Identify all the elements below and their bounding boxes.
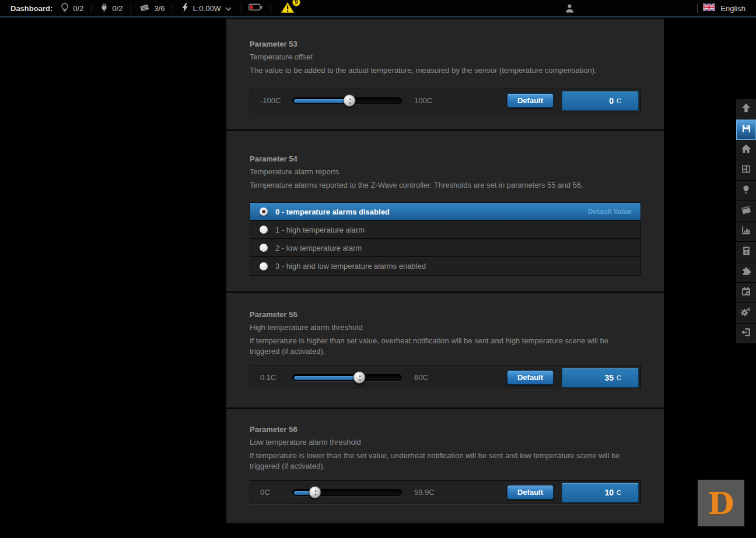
logo-letter: D: [708, 486, 734, 521]
divider: [240, 4, 240, 13]
parameter-unit: C: [617, 374, 621, 381]
consumption-icon: [741, 225, 751, 238]
divider: [173, 4, 173, 13]
events-icon: [741, 286, 751, 299]
events-button[interactable]: [736, 283, 756, 303]
stat-blinds[interactable]: 3/6: [139, 3, 164, 14]
slider-max-label: 100C: [414, 96, 432, 105]
parameter-title: Parameter 53: [250, 40, 664, 48]
rooms-button[interactable]: [736, 160, 756, 181]
logo-badge: D: [698, 480, 744, 526]
blinds-count: 3/6: [154, 4, 164, 13]
stat-power[interactable]: L:0.00W: [181, 3, 231, 14]
parameter-unit: C: [617, 97, 621, 104]
slider-handle[interactable]: [309, 486, 321, 498]
radio-label: 3 - high and low temperature alarms enab…: [275, 262, 426, 270]
parameter-value-box: 35 C: [562, 368, 639, 388]
slider-handle[interactable]: [353, 371, 365, 384]
parameter-56-block: Parameter 56 Low temperature alarm thres…: [226, 409, 664, 522]
power-load-value: L:0.00W: [192, 4, 220, 13]
default-button[interactable]: Default: [507, 485, 554, 500]
device-parameters-panel: Parameter 53 Temperature offset The valu…: [226, 19, 664, 525]
slider-max-label: 59.9C: [414, 488, 435, 497]
scenes-icon: [741, 205, 751, 217]
radio-option-3[interactable]: 3 - high and low temperature alarms enab…: [250, 257, 640, 275]
power-icon: [181, 3, 188, 14]
battery-status[interactable]: [249, 3, 262, 13]
parameter-description: The value to be added to the actual temp…: [250, 65, 636, 76]
panels-button[interactable]: [736, 242, 756, 262]
slider-max-label: 60C: [414, 373, 428, 382]
scroll-top-button[interactable]: [736, 99, 756, 119]
scenes-button[interactable]: [736, 201, 756, 221]
stat-plugs[interactable]: 0/2: [100, 3, 123, 14]
user-icon[interactable]: [565, 3, 575, 15]
stat-lights[interactable]: 0/2: [61, 3, 83, 14]
plug-icon: [100, 3, 108, 14]
home-button[interactable]: [736, 140, 756, 160]
home-icon: [741, 143, 751, 156]
devices-button[interactable]: [736, 181, 756, 201]
devices-icon: [741, 185, 751, 197]
radio-icon[interactable]: [260, 244, 268, 252]
parameter-53-slider-row: -100C 100C Default 0 C: [250, 89, 641, 112]
alerts-indicator[interactable]: 9: [281, 2, 295, 15]
consumption-button[interactable]: [736, 221, 756, 242]
configuration-button[interactable]: [736, 303, 756, 323]
default-button[interactable]: Default: [507, 370, 554, 385]
save-button[interactable]: [736, 119, 756, 140]
parameter-unit: C: [617, 489, 621, 496]
logout-icon: [741, 327, 751, 340]
plugins-button[interactable]: [736, 262, 756, 283]
save-icon: [741, 124, 751, 136]
radio-checked-icon[interactable]: [260, 208, 268, 216]
rooms-icon: [741, 164, 751, 177]
configuration-icon: [741, 307, 751, 319]
slider[interactable]: [292, 94, 402, 107]
side-toolbar: [736, 99, 756, 344]
divider: [697, 4, 698, 13]
slider-handle[interactable]: [343, 94, 355, 107]
slider[interactable]: [292, 371, 402, 384]
parameter-description: If temperature is lower than the set val…: [250, 451, 636, 472]
parameter-title: Parameter 54: [250, 154, 664, 163]
parameter-55-slider-row: 0.1C 60C Default 35 C: [250, 365, 641, 389]
parameter-54-options: 0 - temperature alarms disabled Default …: [250, 202, 641, 276]
radio-option-1[interactable]: 1 - high temperature alarm: [250, 221, 640, 239]
dashboard-title: Dashboard:: [10, 4, 52, 13]
logout-button[interactable]: [736, 323, 756, 344]
chevron-down-icon[interactable]: [225, 4, 232, 13]
radio-option-0[interactable]: 0 - temperature alarms disabled Default …: [250, 203, 640, 221]
plugins-icon: [741, 266, 751, 279]
radio-label: 0 - temperature alarms disabled: [275, 208, 390, 216]
slider[interactable]: [292, 486, 402, 499]
top-bar: Dashboard: 0/2 0/2 3/6 L:0.00W: [0, 0, 756, 17]
scroll-top-icon: [741, 103, 751, 115]
parameter-name: Temperature offset: [250, 52, 664, 61]
uk-flag-icon: [703, 3, 715, 13]
parameter-value-box: 0 C: [562, 91, 639, 111]
language-selector[interactable]: English: [720, 4, 746, 13]
radio-icon[interactable]: [260, 262, 268, 270]
parameter-name: Temperature alarm reports: [250, 167, 664, 176]
bulb-icon: [61, 3, 69, 14]
default-button[interactable]: Default: [507, 93, 554, 108]
slider-min-label: 0.1C: [260, 373, 292, 382]
content-footer: [226, 522, 664, 525]
slider-min-label: -100C: [260, 96, 292, 105]
parameter-value: 0: [609, 96, 614, 106]
radio-icon[interactable]: [260, 226, 268, 234]
radio-option-2[interactable]: 2 - low temperature alarm: [250, 239, 640, 257]
parameter-value: 10: [604, 488, 614, 497]
lights-count: 0/2: [73, 4, 83, 13]
blinds-icon: [139, 3, 150, 14]
slider-fill: [294, 376, 361, 380]
panels-icon: [741, 246, 751, 258]
parameter-title: Parameter 56: [250, 425, 664, 434]
warning-icon: [281, 6, 295, 15]
parameter-56-slider-row: 0C 59.9C Default 10 C: [250, 480, 641, 504]
plugs-count: 0/2: [112, 4, 123, 13]
parameter-description: If temperature is higher than set value,…: [250, 336, 636, 357]
divider: [271, 4, 271, 13]
divider: [131, 4, 131, 13]
